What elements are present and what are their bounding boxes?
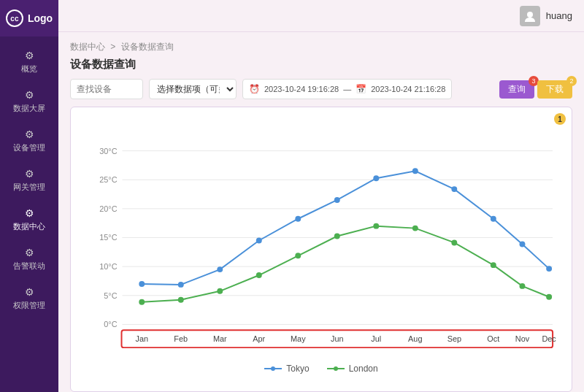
search-input[interactable] [70, 79, 143, 99]
export-badge: 2 [566, 76, 577, 86]
page-title: 设备数据查询 [70, 58, 572, 72]
chart-container: 30°C 25°C 20°C 15°C 10°C 5°C [70, 107, 572, 392]
sidebar-logo[interactable]: cc Logo [0, 0, 58, 36]
svg-point-1 [527, 12, 533, 18]
svg-text:Feb: Feb [174, 334, 188, 343]
sidebar-item-permissions[interactable]: ⚙ 权限管理 [0, 279, 58, 318]
chart-legend: Tokyo London [82, 364, 560, 374]
svg-point-36 [412, 168, 418, 174]
permissions-icon: ⚙ [25, 286, 34, 298]
svg-point-31 [217, 266, 223, 272]
sidebar-item-overview[interactable]: ⚙ 概览 [0, 42, 58, 82]
svg-text:25°C: 25°C [99, 175, 117, 184]
svg-text:Oct: Oct [487, 334, 499, 343]
alarm-icon: ⚙ [25, 247, 34, 258]
svg-text:Nov: Nov [515, 334, 530, 343]
svg-text:20°C: 20°C [99, 204, 117, 213]
user-name: huang [546, 10, 572, 21]
toolbar: 选择数据项（可多选） ⏰ 2023-10-24 19:16:28 — 📅 202… [70, 79, 572, 99]
legend-london-icon [327, 365, 345, 372]
datetime-range[interactable]: ⏰ 2023-10-24 19:16:28 — 📅 2023-10-24 21:… [242, 79, 452, 99]
svg-text:30°C: 30°C [99, 147, 117, 155]
svg-point-32 [256, 238, 262, 244]
svg-text:Dec: Dec [542, 334, 556, 343]
sidebar-item-datascreen[interactable]: ⚙ 数据大屏 [0, 82, 58, 121]
svg-point-41 [139, 299, 145, 305]
sidebar-item-label: 设备管理 [13, 142, 45, 153]
sidebar-item-alarm[interactable]: ⚙ 告警联动 [0, 239, 58, 279]
breadcrumb-item-1: 数据中心 [70, 42, 105, 52]
topbar: huang [58, 0, 584, 32]
svg-point-42 [178, 297, 184, 303]
logo-text: Logo [28, 12, 53, 24]
svg-point-50 [491, 262, 496, 268]
sidebar-item-label: 数据中心 [13, 221, 45, 232]
breadcrumb-item-2: 设备数据查询 [121, 42, 174, 52]
sidebar-item-datacenter[interactable]: ⚙ 数据中心 [0, 200, 58, 239]
calendar-icon: ⏰ [249, 84, 260, 94]
chart-svg: 30°C 25°C 20°C 15°C 10°C 5°C [82, 119, 560, 356]
tokyo-line [139, 168, 552, 288]
sidebar-nav: ⚙ 概览 ⚙ 数据大屏 ⚙ 设备管理 ⚙ 网关管理 ⚙ 数据中心 ⚙ 告警联动 … [0, 42, 58, 318]
svg-point-45 [295, 253, 301, 258]
svg-text:Jan: Jan [135, 334, 148, 343]
svg-text:Jun: Jun [331, 334, 344, 343]
data-item-select[interactable]: 选择数据项（可多选） [149, 79, 237, 99]
svg-point-29 [139, 281, 145, 287]
datetime-end: 2023-10-24 21:16:28 [371, 85, 445, 93]
svg-point-40 [546, 266, 552, 272]
sidebar-item-label: 数据大屏 [13, 103, 45, 114]
svg-point-33 [295, 216, 301, 222]
svg-point-30 [178, 282, 184, 288]
svg-point-38 [491, 216, 496, 222]
sidebar-item-gatewaymgmt[interactable]: ⚙ 网关管理 [0, 161, 58, 200]
svg-point-46 [334, 234, 340, 239]
datascreen-icon: ⚙ [25, 89, 34, 101]
sidebar-item-label: 网关管理 [13, 182, 45, 193]
main-content: huang 数据中心 > 设备数据查询 设备数据查询 选择数据项（可多选） ⏰ … [58, 0, 584, 392]
svg-text:Apr: Apr [253, 334, 265, 343]
legend-london: London [327, 364, 378, 374]
legend-tokyo-icon [264, 365, 282, 372]
svg-point-52 [546, 294, 552, 300]
svg-point-39 [520, 241, 526, 247]
datetime-start: 2023-10-24 19:16:28 [264, 85, 339, 93]
svg-point-47 [373, 223, 379, 229]
svg-text:0°C: 0°C [104, 320, 117, 328]
query-button[interactable]: 查询 3 [499, 80, 534, 99]
svg-point-49 [451, 239, 457, 245]
calendar-icon-2: 📅 [356, 84, 366, 94]
y-axis: 30°C 25°C 20°C 15°C 10°C 5°C [99, 147, 553, 329]
svg-text:15°C: 15°C [99, 233, 117, 242]
london-line [139, 223, 552, 305]
chart-badge: 1 [554, 113, 566, 125]
svg-text:10°C: 10°C [99, 262, 117, 271]
export-button[interactable]: 下载 2 [537, 80, 572, 99]
svg-text:5°C: 5°C [104, 291, 117, 300]
sidebar: cc Logo ⚙ 概览 ⚙ 数据大屏 ⚙ 设备管理 ⚙ 网关管理 ⚙ 数据中心… [0, 0, 58, 392]
svg-point-35 [373, 175, 379, 181]
gatewaymgmt-icon: ⚙ [25, 168, 34, 180]
sidebar-item-devicemgmt[interactable]: ⚙ 设备管理 [0, 121, 58, 161]
svg-text:Sep: Sep [447, 334, 461, 343]
svg-text:Mar: Mar [213, 334, 227, 343]
svg-point-44 [256, 272, 262, 278]
sidebar-item-label: 权限管理 [13, 300, 45, 311]
svg-point-43 [217, 288, 223, 294]
svg-text:Aug: Aug [408, 334, 422, 343]
sidebar-item-label: 概览 [21, 64, 37, 74]
legend-tokyo: Tokyo [264, 364, 309, 374]
svg-text:May: May [291, 334, 306, 343]
svg-point-37 [451, 186, 457, 192]
legend-tokyo-label: Tokyo [286, 364, 309, 374]
svg-point-48 [412, 226, 418, 231]
svg-point-51 [520, 283, 526, 289]
breadcrumb: 数据中心 > 设备数据查询 [70, 41, 572, 53]
logo-icon: cc [6, 9, 23, 27]
overview-icon: ⚙ [25, 50, 34, 61]
page-content: 数据中心 > 设备数据查询 设备数据查询 选择数据项（可多选） ⏰ 2023-1… [58, 32, 584, 392]
x-axis: Jan Feb Mar Apr May Jun Jul Aug Sep Oct … [122, 330, 557, 347]
user-avatar [520, 6, 540, 26]
devicemgmt-icon: ⚙ [25, 128, 34, 140]
user-info[interactable]: huang [520, 6, 572, 26]
